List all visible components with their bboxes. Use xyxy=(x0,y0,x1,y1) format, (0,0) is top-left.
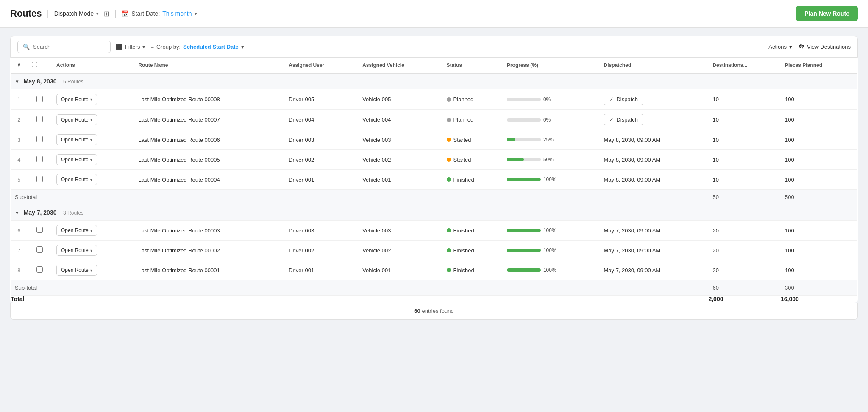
calendar-icon: 📅 xyxy=(122,10,129,17)
subtotal-pieces: 500 xyxy=(781,190,858,205)
open-route-label: Open Route xyxy=(61,227,89,233)
group-collapse-button[interactable]: ▾ xyxy=(16,78,19,85)
plan-new-route-button[interactable]: Plan New Route xyxy=(796,6,858,21)
filter-button[interactable]: ⬛ Filters ▾ xyxy=(116,44,145,50)
search-input[interactable] xyxy=(33,44,105,50)
row-checkbox[interactable] xyxy=(36,136,43,142)
open-route-button[interactable]: Open Route ▾ xyxy=(56,245,97,256)
dispatch-label: Dispatch xyxy=(616,96,638,102)
filter-label: Filters xyxy=(125,44,140,50)
route-action-caret-icon: ▾ xyxy=(90,117,92,122)
group-by-button[interactable]: ≡ Group by: Scheduled Start Date ▾ xyxy=(150,44,244,50)
progress-bar-fill xyxy=(507,138,515,141)
row-checkbox-cell[interactable] xyxy=(28,89,53,110)
status-label: Started xyxy=(453,157,471,163)
dispatched-date: May 7, 2030, 09:00 AM xyxy=(604,267,660,274)
progress-bar-background xyxy=(507,98,541,101)
row-action-cell: Open Route ▾ xyxy=(52,150,134,170)
grid-icon[interactable]: ⊞ xyxy=(104,10,109,18)
row-number: 6 xyxy=(11,221,28,241)
row-checkbox[interactable] xyxy=(36,246,43,253)
select-all-checkbox[interactable] xyxy=(32,62,37,67)
view-destinations-button[interactable]: 🗺 View Destinations xyxy=(799,44,851,50)
route-action-caret-icon: ▾ xyxy=(90,268,92,273)
route-name: Last Mile Optimized Route 00002 xyxy=(138,247,220,254)
col-progress: Progress (%) xyxy=(503,58,600,73)
dispatched-cell: May 8, 2030, 09:00 AM xyxy=(599,170,708,190)
top-bar-left: Routes | Dispatch Mode ▾ ⊞ | 📅 Start Dat… xyxy=(10,8,197,19)
start-date-value[interactable]: This month xyxy=(162,10,192,17)
status-badge: Started xyxy=(447,157,498,163)
actions-button[interactable]: Actions ▾ xyxy=(768,44,792,50)
row-checkbox[interactable] xyxy=(36,116,43,122)
status-cell: Planned xyxy=(442,89,503,110)
search-box[interactable]: 🔍 xyxy=(17,41,111,53)
assigned-user: Driver 004 xyxy=(289,116,314,123)
row-action-cell: Open Route ▾ xyxy=(52,170,134,190)
dispatch-mode-button[interactable]: Dispatch Mode ▾ xyxy=(54,10,99,17)
entries-footer: 60 entries found xyxy=(10,303,858,320)
open-route-button[interactable]: Open Route ▾ xyxy=(56,114,97,125)
open-route-button[interactable]: Open Route ▾ xyxy=(56,225,97,236)
destinations-cell: 10 xyxy=(708,89,781,110)
date-chevron-icon[interactable]: ▾ xyxy=(195,11,197,17)
route-name-cell: Last Mile Optimized Route 00001 xyxy=(134,260,284,280)
row-checkbox-cell[interactable] xyxy=(28,170,53,190)
row-action-cell: Open Route ▾ xyxy=(52,110,134,130)
row-checkbox-cell[interactable] xyxy=(28,221,53,241)
row-action-cell: Open Route ▾ xyxy=(52,130,134,150)
progress-wrap: 100% xyxy=(507,247,595,253)
group-route-count: 5 Routes xyxy=(63,79,83,85)
row-checkbox[interactable] xyxy=(36,96,43,102)
row-number: 1 xyxy=(11,89,28,110)
row-action-cell: Open Route ▾ xyxy=(52,260,134,280)
assigned-user: Driver 002 xyxy=(289,247,314,254)
progress-bar-background xyxy=(507,229,541,232)
subtotal-label: Sub-total xyxy=(11,190,709,205)
open-route-button[interactable]: Open Route ▾ xyxy=(56,174,97,185)
row-checkbox-cell[interactable] xyxy=(28,241,53,260)
assigned-user: Driver 001 xyxy=(289,177,314,183)
progress-bar-fill xyxy=(507,229,541,232)
col-dispatched: Dispatched xyxy=(599,58,708,73)
route-name-cell: Last Mile Optimized Route 00003 xyxy=(134,221,284,241)
status-dot-icon xyxy=(447,268,451,272)
progress-cell: 25% xyxy=(503,130,600,150)
row-number: 4 xyxy=(11,150,28,170)
group-header-cell: ▾ May 7, 2030 3 Routes xyxy=(11,205,858,221)
destinations-count: 10 xyxy=(712,96,718,102)
route-name: Last Mile Optimized Route 00007 xyxy=(138,116,220,123)
open-route-button[interactable]: Open Route ▾ xyxy=(56,134,97,145)
dispatched-date: May 7, 2030, 09:00 AM xyxy=(604,247,660,254)
subtotal-row: Sub-total 50 500 xyxy=(11,190,858,205)
open-route-button[interactable]: Open Route ▾ xyxy=(56,154,97,165)
pieces-planned: 100 xyxy=(785,116,794,123)
progress-bar-background xyxy=(507,178,541,181)
progress-percent: 100% xyxy=(543,227,556,233)
progress-bar-background xyxy=(507,138,541,141)
row-checkbox[interactable] xyxy=(36,176,43,182)
row-checkbox-cell[interactable] xyxy=(28,150,53,170)
separator: | xyxy=(47,9,49,19)
row-checkbox-cell[interactable] xyxy=(28,260,53,280)
assigned-vehicle: Vehicle 002 xyxy=(362,157,391,163)
dispatch-button[interactable]: ✓ Dispatch xyxy=(604,94,643,105)
table-row: 8 Open Route ▾ Last Mile Optimized Route… xyxy=(11,260,858,280)
dispatch-button[interactable]: ✓ Dispatch xyxy=(604,114,643,125)
status-label: Finished xyxy=(453,267,474,274)
dispatched-date: May 8, 2030, 09:00 AM xyxy=(604,157,660,163)
row-checkbox[interactable] xyxy=(36,156,43,162)
group-collapse-button[interactable]: ▾ xyxy=(16,210,19,216)
row-checkbox[interactable] xyxy=(36,227,43,233)
assigned-vehicle: Vehicle 001 xyxy=(362,267,391,274)
open-route-button[interactable]: Open Route ▾ xyxy=(56,94,97,105)
row-checkbox[interactable] xyxy=(36,266,43,273)
subtotal-destinations: 60 xyxy=(708,280,781,296)
row-checkbox-cell[interactable] xyxy=(28,110,53,130)
open-route-button[interactable]: Open Route ▾ xyxy=(56,265,97,276)
pieces-planned: 100 xyxy=(785,247,794,254)
assigned-vehicle: Vehicle 004 xyxy=(362,116,391,123)
row-checkbox-cell[interactable] xyxy=(28,130,53,150)
assigned-vehicle-cell: Vehicle 003 xyxy=(358,221,442,241)
assigned-vehicle-cell: Vehicle 001 xyxy=(358,260,442,280)
